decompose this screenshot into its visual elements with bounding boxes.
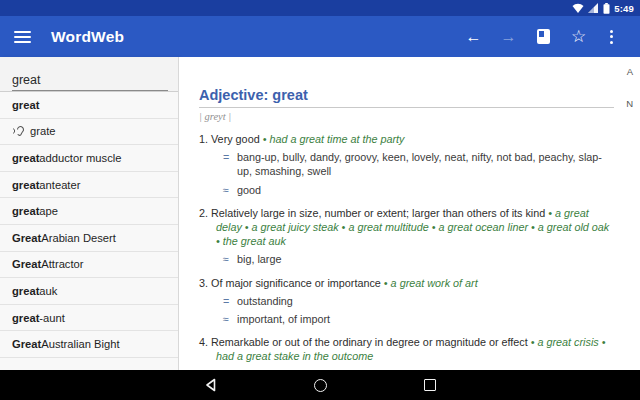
sense-def-text: Relatively large in size, number or exte… [211, 207, 548, 219]
list-item-label: ape [39, 205, 58, 217]
synonym-symbol: ≈ [223, 252, 237, 266]
list-item-label: great [12, 312, 39, 324]
search-field[interactable]: ✕ [12, 61, 168, 91]
synonym-words: outstanding [237, 294, 293, 308]
forward-arrow-icon[interactable]: → [491, 16, 526, 57]
sense-def-text: Remarkable or out of the ordinary in deg… [211, 336, 531, 348]
synonym-row: =outstanding [223, 294, 614, 308]
nav-home-icon[interactable] [312, 377, 328, 393]
menu-icon[interactable] [14, 31, 31, 43]
synonym-row: ≈good [223, 183, 614, 197]
sense-def-text: Very good [211, 133, 263, 145]
sense-definition: 2. Relatively large in size, number or e… [199, 206, 614, 249]
list-item-label: great [12, 285, 39, 297]
list-item-label: Great [12, 338, 41, 350]
list-item[interactable]: Great Australian Bight [0, 331, 178, 358]
list-item-label: great [12, 179, 39, 191]
sense-def-text: Of major significance or importance [211, 277, 384, 289]
list-item[interactable]: great auk [0, 278, 178, 305]
list-item-label: Great [12, 258, 41, 270]
synonym-words: important, of import [237, 312, 330, 326]
wifi-icon [572, 3, 584, 13]
synonym-row: ≈big, large [223, 252, 614, 266]
synonym-words: bang-up, bully, dandy, groovy, keen, lov… [237, 150, 614, 178]
android-nav-bar [0, 370, 640, 400]
synonym-symbol: = [223, 150, 237, 178]
overflow-menu-icon[interactable] [596, 30, 626, 44]
list-item[interactable]: Great Attractor [0, 252, 178, 279]
sense-3: 3. Of major significance or importance •… [199, 276, 614, 327]
sense-number: 1. [199, 133, 208, 145]
battery-icon [603, 3, 610, 14]
index-letter-noun[interactable]: N [626, 98, 633, 109]
app-body: ✕ great grate great adductor muscle grea… [0, 57, 640, 370]
list-item[interactable]: great adductor muscle [0, 145, 178, 172]
bookmarks-icon[interactable] [537, 29, 550, 44]
back-arrow-icon[interactable]: ← [456, 16, 491, 57]
definition-pane: A N Adjective: great | greyt | 1. Very g… [179, 57, 640, 370]
search-row: ✕ [0, 57, 178, 92]
list-item[interactable]: great-aunt [0, 305, 178, 332]
list-item-great[interactable]: great [0, 92, 178, 119]
synonym-symbol: = [223, 294, 237, 308]
word-list: great grate great adductor muscle great … [0, 92, 178, 370]
list-item-label: -aunt [39, 312, 65, 324]
bookmarks-icon-notch [539, 31, 544, 37]
star-icon[interactable]: ☆ [561, 16, 596, 57]
nav-back-icon[interactable] [202, 377, 218, 393]
sense-examples: • had a great time at the party [263, 133, 405, 145]
synonym-row: =bang-up, bully, dandy, groovy, keen, lo… [223, 150, 614, 178]
list-item-label: great [12, 152, 39, 164]
sense-1: 1. Very good • had a great time at the p… [199, 132, 614, 197]
list-item-label: great [12, 99, 39, 111]
pronunciation: | greyt | [199, 111, 614, 122]
entry-heading: Adjective: great [199, 87, 614, 103]
list-item-label: auk [39, 285, 57, 297]
wordweb-app-screen: 5:49 WordWeb ← → ☆ ✕ great [0, 0, 640, 400]
sense-examples: • a great work of art [384, 277, 478, 289]
sense-definition: 3. Of major significance or importance •… [199, 276, 614, 290]
list-item[interactable]: great ape [0, 198, 178, 225]
nav-recents-icon[interactable] [422, 377, 438, 393]
synonym-symbol: ≈ [223, 312, 237, 326]
signal-icon [588, 3, 599, 13]
list-item-label: adductor muscle [39, 152, 121, 164]
sense-definition: 4. Remarkable or out of the ordinary in … [199, 335, 614, 363]
list-item-label: Great [12, 232, 41, 244]
list-item-label: great [12, 205, 39, 217]
homophone-ear-icon [12, 125, 25, 137]
sense-number: 3. [199, 277, 208, 289]
sense-4: 4. Remarkable or out of the ordinary in … [199, 335, 614, 370]
index-letter-adjective[interactable]: A [627, 66, 633, 77]
synonym-words: big, large [237, 252, 281, 266]
search-input[interactable] [12, 73, 173, 87]
app-title: WordWeb [51, 28, 124, 46]
list-item-label: Arabian Desert [41, 232, 116, 244]
list-item-grate[interactable]: grate [0, 119, 178, 146]
synonym-row: ≈important, of import [223, 312, 614, 326]
status-time: 5:49 [614, 3, 634, 14]
list-item-partial[interactable] [0, 358, 178, 370]
status-bar: 5:49 [0, 0, 640, 16]
list-item-label: Attractor [41, 258, 83, 270]
list-item-label: anteater [39, 179, 80, 191]
sense-2: 2. Relatively large in size, number or e… [199, 206, 614, 267]
sense-number: 4. [199, 336, 208, 348]
app-bar: WordWeb ← → ☆ [0, 16, 640, 57]
word-list-sidebar: ✕ great grate great adductor muscle grea… [0, 57, 179, 370]
sense-definition: 1. Very good • had a great time at the p… [199, 132, 614, 146]
sense-number: 2. [199, 207, 208, 219]
list-item-label: grate [30, 125, 56, 137]
list-item[interactable]: great anteater [0, 172, 178, 199]
sense-list: 1. Very good • had a great time at the p… [199, 132, 614, 370]
appbar-actions: ← → ☆ [456, 16, 626, 57]
synonym-words: good [237, 183, 261, 197]
synonym-symbol: ≈ [223, 183, 237, 197]
list-item-label: Australian Bight [41, 338, 119, 350]
heading-rule [199, 107, 614, 108]
list-item[interactable]: Great Arabian Desert [0, 225, 178, 252]
